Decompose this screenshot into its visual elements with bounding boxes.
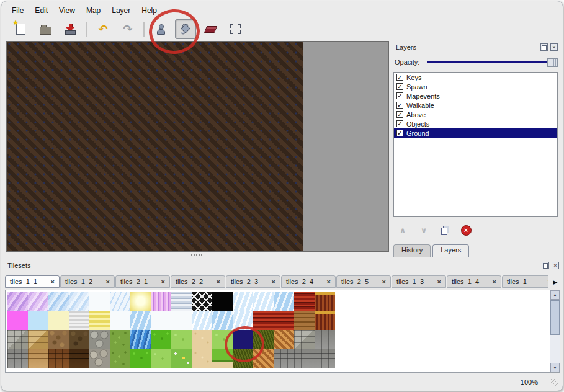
palette-tile-rock-brown[interactable] xyxy=(48,330,69,349)
palette-tile-grassdots[interactable] xyxy=(110,349,130,368)
palette-tile-violets[interactable] xyxy=(151,292,171,311)
tab-close-icon[interactable]: × xyxy=(327,278,331,285)
menu-file[interactable]: File xyxy=(7,5,28,16)
tab-close-icon[interactable]: × xyxy=(106,278,110,285)
palette-tile-sky2[interactable] xyxy=(130,311,151,330)
delete-layer-button[interactable]: × xyxy=(460,225,472,236)
palette-tile-pillar[interactable] xyxy=(315,311,335,330)
palette-tile-grass-light[interactable] xyxy=(171,330,192,349)
undo-button[interactable]: ↶ xyxy=(92,19,114,39)
layer-checkbox[interactable]: ✓ xyxy=(396,83,403,90)
tileset-tab-tiles_2_4[interactable]: tiles_2_4× xyxy=(281,275,336,288)
redo-button[interactable]: ↷ xyxy=(117,19,138,39)
palette-tile-olive[interactable] xyxy=(253,330,274,349)
layer-row-mapevents[interactable]: ✓Mapevents xyxy=(394,91,557,100)
palette-tile-olive[interactable] xyxy=(233,349,253,368)
palette-tile-brick-brown[interactable] xyxy=(48,349,69,368)
menu-layer[interactable]: Layer xyxy=(107,5,135,16)
tileset-tab-tiles_1_3[interactable]: tiles_1_3× xyxy=(392,275,446,288)
palette-tile-sand[interactable] xyxy=(192,349,212,368)
close-panel-icon[interactable]: × xyxy=(550,43,558,51)
tileset-tab-tiles_2_2[interactable]: tiles_2_2× xyxy=(171,275,225,288)
layer-row-ground[interactable]: ✓Ground xyxy=(394,128,557,138)
palette-tile-rock-dark[interactable] xyxy=(69,330,89,349)
palette-tile-white[interactable] xyxy=(110,311,130,330)
palette-tile-lav1[interactable] xyxy=(7,292,28,311)
menu-map[interactable]: Map xyxy=(82,5,105,16)
close-panel-icon[interactable]: × xyxy=(552,262,559,269)
tileset-tab-tiles_2_5[interactable]: tiles_2_5× xyxy=(336,275,391,288)
menu-edit[interactable]: Edit xyxy=(30,5,52,16)
palette-tile-brick-gray[interactable] xyxy=(315,349,335,368)
palette-tile-brick-dark[interactable] xyxy=(69,349,89,368)
palette-tile-sky2[interactable] xyxy=(274,292,294,311)
palette-tile-magenta[interactable] xyxy=(7,311,28,330)
palette-tile-white[interactable] xyxy=(171,311,192,330)
save-map-button[interactable] xyxy=(60,19,81,39)
tab-close-icon[interactable]: × xyxy=(437,278,441,285)
layer-row-spawn[interactable]: ✓Spawn xyxy=(394,82,557,91)
layer-checkbox[interactable]: ✓ xyxy=(396,130,403,136)
tab-close-icon[interactable]: × xyxy=(161,278,165,285)
menu-help[interactable]: Help xyxy=(137,5,161,16)
palette-tile-grass-light[interactable] xyxy=(151,349,171,368)
tileset-tab-tiles_1_4[interactable]: tiles_1_4× xyxy=(447,275,501,288)
layer-checkbox[interactable]: ✓ xyxy=(396,120,403,127)
palette-tile-lattice[interactable] xyxy=(192,292,212,311)
palette-tile-lav2[interactable] xyxy=(28,292,48,311)
palette-tile-blu1[interactable] xyxy=(48,292,69,311)
map-tile-area[interactable] xyxy=(7,42,303,251)
rect-select-tool-button[interactable] xyxy=(225,19,246,39)
palette-tile-brick-tan[interactable] xyxy=(28,349,48,368)
palette-tile-grass-light[interactable] xyxy=(212,330,233,349)
opacity-slider[interactable] xyxy=(427,58,558,66)
menu-view[interactable]: View xyxy=(55,5,79,16)
tileset-tab-tiles_2_3[interactable]: tiles_2_3× xyxy=(226,275,280,288)
palette-tile-sky1[interactable] xyxy=(233,311,253,330)
layer-checkbox[interactable]: ✓ xyxy=(396,74,403,81)
horizontal-splitter[interactable] xyxy=(6,252,388,258)
palette-tile-bluwisp[interactable] xyxy=(110,292,130,311)
palette-tile-wood[interactable] xyxy=(294,311,315,330)
tab-close-icon[interactable]: × xyxy=(51,278,55,285)
palette-tile-blu2[interactable] xyxy=(69,292,89,311)
palette-tile-pyellow[interactable] xyxy=(48,311,69,330)
palette-tile-brick-gray[interactable] xyxy=(294,349,315,368)
palette-tile-yglow[interactable] xyxy=(130,292,151,311)
tab-close-icon[interactable]: × xyxy=(217,278,220,285)
palette-tile-pgray[interactable] xyxy=(69,311,89,330)
palette-tile-grass-edge[interactable] xyxy=(212,349,233,368)
palette-tile-yband[interactable] xyxy=(89,311,110,330)
palette-tile-cobble2[interactable] xyxy=(89,349,110,368)
panel-tab-layers[interactable]: Layers xyxy=(432,244,469,257)
palette-tile-stone-gray[interactable] xyxy=(294,330,315,349)
scroll-down-button[interactable]: ▼ xyxy=(550,363,560,372)
layer-row-above[interactable]: ✓Above xyxy=(394,110,557,119)
tileset-tab-tiles_1_2[interactable]: tiles_1_2× xyxy=(60,275,115,288)
palette-tile-stone-gray[interactable] xyxy=(7,330,28,349)
tab-close-icon[interactable]: × xyxy=(272,278,275,285)
palette-tile-navy[interactable] xyxy=(233,330,253,349)
palette-tile-brick-gray[interactable] xyxy=(315,330,335,349)
duplicate-layer-button[interactable] xyxy=(439,225,450,236)
tileset-tab-tiles_1_[interactable]: tiles_1_× xyxy=(502,275,548,288)
open-map-button[interactable] xyxy=(35,19,56,39)
palette-tile-black[interactable] xyxy=(212,292,233,311)
palette-tile-cobble[interactable] xyxy=(89,330,110,349)
lower-layer-button[interactable]: ∨ xyxy=(418,225,429,236)
palette-tile-white[interactable] xyxy=(89,292,110,311)
layer-checkbox[interactable]: ✓ xyxy=(396,102,403,109)
palette-tile-grass-bright[interactable] xyxy=(151,330,171,349)
palette-tile-grays[interactable] xyxy=(171,292,192,311)
scrollbar-thumb[interactable] xyxy=(550,300,560,335)
palette-tile-roof[interactable] xyxy=(253,311,274,330)
layer-checkbox[interactable]: ✓ xyxy=(396,111,403,118)
palette-tile-weave[interactable] xyxy=(274,330,294,349)
palette-tile-stone-tan[interactable] xyxy=(28,330,48,349)
palette-tile-pblue[interactable] xyxy=(28,311,48,330)
new-map-button[interactable]: ★ xyxy=(10,19,31,39)
tileset-tab-tiles_2_1[interactable]: tiles_2_1× xyxy=(115,275,170,288)
raise-layer-button[interactable]: ∧ xyxy=(397,225,408,236)
palette-tile-grass-bright[interactable] xyxy=(130,349,151,368)
palette-tile-sky1[interactable] xyxy=(192,311,212,330)
